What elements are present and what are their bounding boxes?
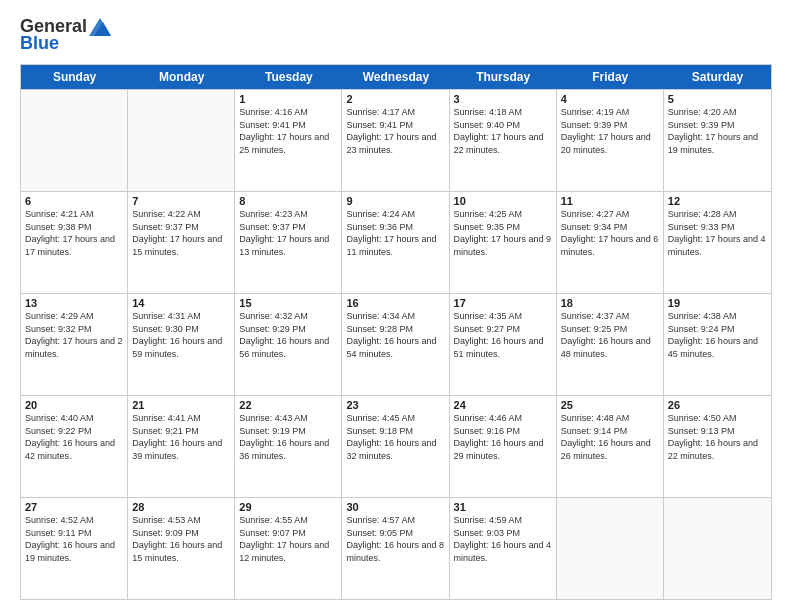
calendar-cell: 26Sunrise: 4:50 AMSunset: 9:13 PMDayligh… [664,396,771,497]
calendar-cell: 13Sunrise: 4:29 AMSunset: 9:32 PMDayligh… [21,294,128,395]
calendar-cell [664,498,771,599]
day-info: Sunrise: 4:50 AMSunset: 9:13 PMDaylight:… [668,412,767,462]
calendar-cell: 11Sunrise: 4:27 AMSunset: 9:34 PMDayligh… [557,192,664,293]
calendar-cell: 9Sunrise: 4:24 AMSunset: 9:36 PMDaylight… [342,192,449,293]
logo-icon [89,18,111,36]
day-number: 14 [132,297,230,309]
day-info: Sunrise: 4:32 AMSunset: 9:29 PMDaylight:… [239,310,337,360]
day-number: 24 [454,399,552,411]
calendar-row-4: 20Sunrise: 4:40 AMSunset: 9:22 PMDayligh… [21,395,771,497]
day-info: Sunrise: 4:20 AMSunset: 9:39 PMDaylight:… [668,106,767,156]
day-info: Sunrise: 4:40 AMSunset: 9:22 PMDaylight:… [25,412,123,462]
calendar-row-1: 1Sunrise: 4:16 AMSunset: 9:41 PMDaylight… [21,89,771,191]
calendar-cell: 14Sunrise: 4:31 AMSunset: 9:30 PMDayligh… [128,294,235,395]
day-number: 28 [132,501,230,513]
day-number: 5 [668,93,767,105]
day-info: Sunrise: 4:38 AMSunset: 9:24 PMDaylight:… [668,310,767,360]
calendar-cell: 22Sunrise: 4:43 AMSunset: 9:19 PMDayligh… [235,396,342,497]
day-info: Sunrise: 4:57 AMSunset: 9:05 PMDaylight:… [346,514,444,564]
day-number: 30 [346,501,444,513]
day-info: Sunrise: 4:41 AMSunset: 9:21 PMDaylight:… [132,412,230,462]
calendar-cell [128,90,235,191]
calendar-cell: 12Sunrise: 4:28 AMSunset: 9:33 PMDayligh… [664,192,771,293]
calendar-row-2: 6Sunrise: 4:21 AMSunset: 9:38 PMDaylight… [21,191,771,293]
calendar-cell: 25Sunrise: 4:48 AMSunset: 9:14 PMDayligh… [557,396,664,497]
day-number: 25 [561,399,659,411]
calendar: SundayMondayTuesdayWednesdayThursdayFrid… [20,64,772,600]
calendar-cell: 21Sunrise: 4:41 AMSunset: 9:21 PMDayligh… [128,396,235,497]
day-number: 17 [454,297,552,309]
calendar-cell: 19Sunrise: 4:38 AMSunset: 9:24 PMDayligh… [664,294,771,395]
calendar-cell: 23Sunrise: 4:45 AMSunset: 9:18 PMDayligh… [342,396,449,497]
day-info: Sunrise: 4:34 AMSunset: 9:28 PMDaylight:… [346,310,444,360]
day-info: Sunrise: 4:45 AMSunset: 9:18 PMDaylight:… [346,412,444,462]
header-cell-tuesday: Tuesday [235,65,342,89]
calendar-cell: 18Sunrise: 4:37 AMSunset: 9:25 PMDayligh… [557,294,664,395]
day-info: Sunrise: 4:23 AMSunset: 9:37 PMDaylight:… [239,208,337,258]
day-number: 23 [346,399,444,411]
calendar-cell: 27Sunrise: 4:52 AMSunset: 9:11 PMDayligh… [21,498,128,599]
calendar-cell: 24Sunrise: 4:46 AMSunset: 9:16 PMDayligh… [450,396,557,497]
calendar-cell: 28Sunrise: 4:53 AMSunset: 9:09 PMDayligh… [128,498,235,599]
calendar-cell: 30Sunrise: 4:57 AMSunset: 9:05 PMDayligh… [342,498,449,599]
day-number: 18 [561,297,659,309]
day-info: Sunrise: 4:22 AMSunset: 9:37 PMDaylight:… [132,208,230,258]
calendar-cell: 3Sunrise: 4:18 AMSunset: 9:40 PMDaylight… [450,90,557,191]
header-cell-sunday: Sunday [21,65,128,89]
day-info: Sunrise: 4:46 AMSunset: 9:16 PMDaylight:… [454,412,552,462]
day-info: Sunrise: 4:59 AMSunset: 9:03 PMDaylight:… [454,514,552,564]
day-number: 2 [346,93,444,105]
day-info: Sunrise: 4:35 AMSunset: 9:27 PMDaylight:… [454,310,552,360]
day-info: Sunrise: 4:31 AMSunset: 9:30 PMDaylight:… [132,310,230,360]
day-number: 10 [454,195,552,207]
day-number: 6 [25,195,123,207]
calendar-cell: 29Sunrise: 4:55 AMSunset: 9:07 PMDayligh… [235,498,342,599]
calendar-cell: 1Sunrise: 4:16 AMSunset: 9:41 PMDaylight… [235,90,342,191]
day-number: 3 [454,93,552,105]
calendar-body: 1Sunrise: 4:16 AMSunset: 9:41 PMDaylight… [21,89,771,599]
day-number: 9 [346,195,444,207]
day-number: 13 [25,297,123,309]
day-number: 19 [668,297,767,309]
calendar-cell: 5Sunrise: 4:20 AMSunset: 9:39 PMDaylight… [664,90,771,191]
day-info: Sunrise: 4:25 AMSunset: 9:35 PMDaylight:… [454,208,552,258]
logo: General Blue [20,16,111,54]
day-info: Sunrise: 4:27 AMSunset: 9:34 PMDaylight:… [561,208,659,258]
calendar-cell: 16Sunrise: 4:34 AMSunset: 9:28 PMDayligh… [342,294,449,395]
day-info: Sunrise: 4:21 AMSunset: 9:38 PMDaylight:… [25,208,123,258]
calendar-cell: 4Sunrise: 4:19 AMSunset: 9:39 PMDaylight… [557,90,664,191]
day-number: 11 [561,195,659,207]
day-info: Sunrise: 4:43 AMSunset: 9:19 PMDaylight:… [239,412,337,462]
calendar-cell: 2Sunrise: 4:17 AMSunset: 9:41 PMDaylight… [342,90,449,191]
header-cell-friday: Friday [557,65,664,89]
day-number: 1 [239,93,337,105]
calendar-cell: 8Sunrise: 4:23 AMSunset: 9:37 PMDaylight… [235,192,342,293]
day-info: Sunrise: 4:17 AMSunset: 9:41 PMDaylight:… [346,106,444,156]
day-number: 15 [239,297,337,309]
header-cell-monday: Monday [128,65,235,89]
day-info: Sunrise: 4:29 AMSunset: 9:32 PMDaylight:… [25,310,123,360]
day-info: Sunrise: 4:48 AMSunset: 9:14 PMDaylight:… [561,412,659,462]
day-number: 4 [561,93,659,105]
calendar-cell: 20Sunrise: 4:40 AMSunset: 9:22 PMDayligh… [21,396,128,497]
calendar-header: SundayMondayTuesdayWednesdayThursdayFrid… [21,65,771,89]
day-number: 29 [239,501,337,513]
day-info: Sunrise: 4:18 AMSunset: 9:40 PMDaylight:… [454,106,552,156]
day-number: 20 [25,399,123,411]
day-info: Sunrise: 4:19 AMSunset: 9:39 PMDaylight:… [561,106,659,156]
day-info: Sunrise: 4:37 AMSunset: 9:25 PMDaylight:… [561,310,659,360]
day-number: 21 [132,399,230,411]
calendar-cell: 7Sunrise: 4:22 AMSunset: 9:37 PMDaylight… [128,192,235,293]
day-info: Sunrise: 4:16 AMSunset: 9:41 PMDaylight:… [239,106,337,156]
day-number: 31 [454,501,552,513]
page: General Blue SundayMondayTuesdayWednesda… [0,0,792,612]
calendar-cell [21,90,128,191]
day-info: Sunrise: 4:55 AMSunset: 9:07 PMDaylight:… [239,514,337,564]
header-cell-saturday: Saturday [664,65,771,89]
calendar-cell: 17Sunrise: 4:35 AMSunset: 9:27 PMDayligh… [450,294,557,395]
day-number: 12 [668,195,767,207]
day-number: 26 [668,399,767,411]
calendar-cell: 31Sunrise: 4:59 AMSunset: 9:03 PMDayligh… [450,498,557,599]
header-cell-thursday: Thursday [450,65,557,89]
day-number: 7 [132,195,230,207]
